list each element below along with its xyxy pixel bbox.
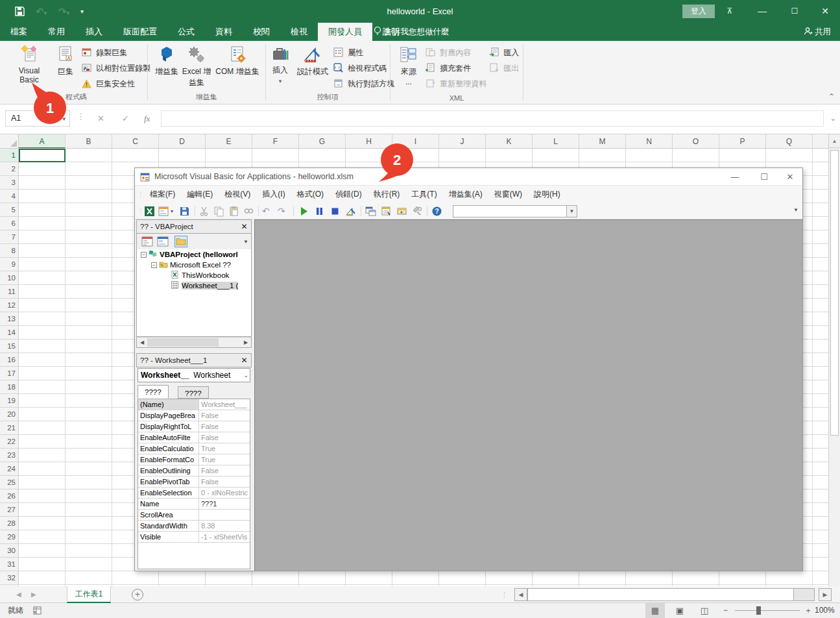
row-header[interactable]: 1 [0,149,19,162]
properties-window-icon[interactable] [381,206,392,217]
property-row[interactable]: ScrollArea [138,510,250,521]
run-icon[interactable] [298,206,309,217]
row-header[interactable]: 25 [0,476,19,489]
macro-security-button[interactable]: 巨集安全性 [82,77,135,91]
import-button[interactable]: 匯入 [489,45,519,60]
ribbon-tab[interactable]: 校閱 [243,23,280,41]
property-row[interactable]: Visible-1 - xlSheetVis [138,532,250,543]
formula-input[interactable] [161,110,824,127]
vba-close-button[interactable]: ✕ [781,168,799,186]
tree-expander-icon[interactable]: − [151,262,157,268]
run-dialog-button[interactable]: 執行對話方塊 [333,77,394,91]
property-row[interactable]: EnableAutoFilteFalse [138,432,250,443]
panel-options-caret-icon[interactable]: ▼ [243,239,248,245]
object-browser-icon[interactable] [396,206,407,217]
row-header[interactable]: 28 [0,517,19,530]
vba-menu-item[interactable]: 增益集(A) [443,186,488,203]
property-row[interactable]: Name???1 [138,499,250,510]
row-header[interactable]: 4 [0,190,19,203]
properties-panel-close-icon[interactable]: ✕ [239,355,250,365]
toolbar-combobox[interactable]: ▼ [453,205,577,217]
row-header[interactable]: 11 [0,285,19,299]
combobox-caret-icon[interactable]: ▼ [566,206,577,217]
column-header[interactable]: O [673,134,719,149]
property-row[interactable]: StandardWidth8.38 [138,521,250,532]
ribbon-tab[interactable]: 檔案 [0,23,38,41]
column-header[interactable]: K [486,134,533,149]
visual-basic-button[interactable]: Visual Basic [9,43,49,84]
row-header[interactable]: 17 [0,367,19,380]
expansion-packs-button[interactable]: 擴充套件 [426,61,471,75]
row-header[interactable]: 20 [0,408,19,421]
vba-menu-item[interactable]: 插入(I) [256,186,291,203]
view-page-break-icon[interactable]: ◫ [695,603,714,618]
property-row[interactable]: EnableOutliningFalse [138,465,250,476]
object-selector-caret-icon[interactable]: ⌄ [243,369,248,382]
vba-menu-item[interactable]: 偵錯(D) [330,186,368,203]
object-selector[interactable]: Worksheet__ Worksheet ⌄ [138,368,250,382]
toolbar-options-caret-icon[interactable]: ▼ [793,207,798,213]
share-button[interactable]: 共用 [804,23,831,41]
property-row[interactable]: DisplayPageBreaFalse [138,410,250,421]
row-header[interactable]: 26 [0,489,19,503]
cancel-icon[interactable]: ✕ [97,110,104,127]
stop-icon[interactable] [330,206,341,217]
splitter-dots[interactable]: ⋮ [501,586,507,603]
row-header[interactable]: 14 [0,326,19,340]
row-headers[interactable]: 1234567891011121314151617181920212223242… [0,149,19,586]
macro-record-icon[interactable] [32,606,42,615]
collapse-ribbon-icon[interactable]: ⌃ [828,92,835,101]
hscroll-left-icon[interactable]: ◀ [514,588,527,601]
tab-alphabetic[interactable]: ???? [138,385,169,399]
row-header[interactable]: 30 [0,544,19,558]
record-macro-button[interactable]: 錄製巨集 [82,45,127,60]
property-row[interactable]: EnablePivotTabFalse [138,476,250,488]
properties-panel-caption[interactable]: ?? - Worksheet___1 ✕ [136,353,252,367]
vba-menu-item[interactable]: 工具(T) [405,186,442,203]
project-tree-item[interactable]: ThisWorkbook [137,270,251,280]
project-tree-item[interactable]: −VBAProject (helloworl [137,249,251,260]
column-header[interactable]: C [112,134,159,149]
addins-button[interactable]: 增益集 [153,43,180,77]
row-header[interactable]: 23 [0,449,19,462]
select-all-corner[interactable] [0,134,19,149]
close-button[interactable]: ✕ [815,0,835,23]
vba-menu-item[interactable]: 視窗(W) [488,186,528,203]
enter-icon[interactable]: ✓ [122,110,129,127]
vba-menu-item[interactable]: 檢視(V) [219,186,256,203]
ribbon-tab[interactable]: 檢視 [280,23,318,41]
row-header[interactable]: 29 [0,530,19,544]
vba-menu-item[interactable]: 格式(O) [291,186,330,203]
row-header[interactable]: 9 [0,258,19,271]
column-header[interactable]: F [252,134,299,149]
row-header[interactable]: 5 [0,203,19,217]
column-header[interactable]: D [159,134,206,149]
row-header[interactable]: 24 [0,462,19,476]
column-header[interactable]: Q [766,134,813,149]
horizontal-scrollbar[interactable] [527,588,815,601]
row-header[interactable]: 32 [0,571,19,585]
row-header[interactable]: 7 [0,230,19,244]
zoom-level[interactable]: 100% [815,603,835,618]
property-row[interactable]: EnableSelection0 - xlNoRestric [138,488,250,499]
insert-object-caret-icon[interactable]: ▾ [171,208,173,214]
project-explorer-icon[interactable] [365,206,376,217]
vba-minimize-button[interactable]: — [726,168,744,186]
row-header[interactable]: 3 [0,176,19,190]
column-header[interactable]: I [392,134,439,149]
property-row[interactable]: DisplayRightToLFalse [138,421,250,432]
scroll-up-icon[interactable]: ▲ [829,134,840,148]
prev-sheet-icon[interactable]: ◀ [16,586,21,603]
ribbon-tab[interactable]: 版面配置 [113,23,167,41]
next-sheet-icon[interactable]: ▶ [31,586,36,603]
vertical-scrollbar[interactable]: ▲ [828,134,840,586]
selected-cell-a1[interactable] [19,149,66,162]
expand-formula-bar-icon[interactable]: ⌄ [830,114,836,123]
column-header[interactable]: H [346,134,392,149]
zoom-slider-track[interactable] [735,610,800,611]
toggle-folders-button[interactable] [174,236,187,247]
row-header[interactable]: 8 [0,244,19,258]
column-header[interactable]: L [533,134,579,149]
hscroll-right-icon[interactable]: ▶ [819,588,832,601]
insert-userform-icon[interactable] [158,206,169,217]
